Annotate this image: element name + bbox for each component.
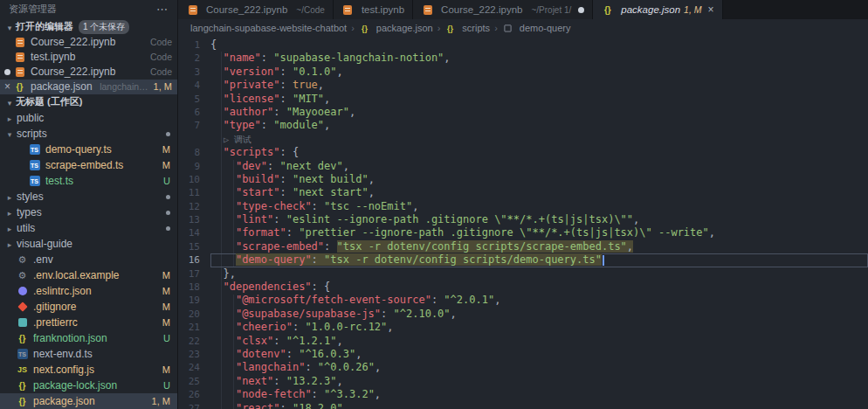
tree-file-franknotion.json[interactable]: {}franknotion.jsonU	[0, 330, 177, 346]
line-content[interactable]: {	[210, 38, 868, 52]
chevron-down-icon[interactable]	[3, 128, 16, 140]
line-content[interactable]: "name": "supabase-langchain-notion",	[210, 52, 868, 65]
line-number[interactable]: 13	[178, 213, 210, 226]
line-number[interactable]: 16	[178, 253, 210, 267]
json-icon: {}	[16, 395, 29, 407]
line-number[interactable]: 24	[178, 361, 210, 374]
line-content[interactable]: "react": "18.2.0",	[210, 402, 868, 409]
open-editor-item[interactable]: Course_222.ipynbCode	[0, 65, 177, 80]
line-content[interactable]: "node-fetch": "^3.3.2",	[210, 388, 868, 401]
line-content[interactable]: "dev": "next dev",	[210, 160, 868, 173]
breadcrumb-item-demo-query[interactable]: demo-query	[502, 22, 571, 34]
open-editors-header[interactable]: 打开的编辑器 1 个未保存	[0, 19, 177, 35]
tree-file-scrape-embed.ts[interactable]: scrape-embed.tsM	[0, 157, 177, 173]
tree-folder-public[interactable]: public	[0, 110, 177, 126]
line-content[interactable]: "format": "prettier --ignore-path .gitig…	[210, 226, 868, 239]
chevron-right-icon[interactable]	[3, 238, 16, 250]
line-content[interactable]: "clsx": "^1.2.1",	[210, 335, 868, 348]
line-number[interactable]: 19	[178, 294, 210, 307]
line-content[interactable]: "dotenv": "^16.0.3",	[210, 348, 868, 361]
tree-file-next-env.d.ts[interactable]: next-env.d.ts	[0, 346, 177, 362]
tree-file-.eslintrc.json[interactable]: .eslintrc.jsonM	[0, 283, 177, 299]
tree-folder-types[interactable]: types	[0, 204, 177, 220]
line-content[interactable]: "build": "next build",	[210, 173, 868, 186]
line-content[interactable]: "lint": "eslint --ignore-path .gitignore…	[210, 213, 868, 226]
line-content[interactable]: "type": "module",	[210, 119, 868, 132]
close-icon[interactable]	[2, 80, 13, 93]
line-content[interactable]: "type-check": "tsc --noEmit",	[210, 200, 868, 213]
line-number[interactable]: 5	[178, 93, 210, 106]
line-number[interactable]: 4	[178, 79, 210, 92]
more-actions-icon[interactable]: ⋯	[156, 3, 169, 16]
tree-folder-styles[interactable]: styles	[0, 189, 177, 204]
line-number[interactable]: 26	[178, 388, 210, 401]
line-content[interactable]: "dependencies": {	[210, 281, 868, 294]
tab-Course_222.ipynb[interactable]: Course_222.ipynb~/Code	[178, 0, 334, 19]
line-number[interactable]: 21	[178, 321, 210, 334]
line-content[interactable]: "@microsoft/fetch-event-source": "^2.0.1…	[210, 294, 868, 307]
line-number[interactable]: 25	[178, 375, 210, 388]
line-number[interactable]: 1	[178, 38, 210, 52]
line-number[interactable]: 22	[178, 335, 210, 348]
tree-file-.gitignore[interactable]: .gitignoreM	[0, 299, 177, 315]
tree-file-package.json[interactable]: {}package.json1, M	[0, 393, 177, 409]
debug-codelens[interactable]: ▷ 调试	[210, 133, 251, 146]
line-content[interactable]: "@supabase/supabase-js": "^2.10.0",	[210, 308, 868, 321]
line-number[interactable]: 2	[178, 52, 210, 65]
tree-file-package-lock.json[interactable]: {}package-lock.jsonU	[0, 378, 177, 393]
open-editor-item[interactable]: test.ipynbCode	[0, 50, 177, 65]
line-number[interactable]: 18	[178, 281, 210, 294]
breadcrumb-item-langchain-supabase-website-chatbot[interactable]: langchain-supabase-website-chatbot	[190, 23, 347, 33]
chevron-right-icon[interactable]	[3, 191, 16, 203]
tree-file-demo-query.ts[interactable]: demo-query.tsM	[0, 142, 177, 157]
line-number[interactable]: 14	[178, 226, 210, 239]
code-editor[interactable]: 1{2 "name": "supabase-langchain-notion",…	[178, 36, 868, 409]
tab-Course_222.ipynb[interactable]: Course_222.ipynb~/Projet 1/	[413, 0, 593, 19]
workspace-header[interactable]: 无标题 (工作区)	[0, 94, 177, 110]
chevron-right-icon[interactable]	[3, 222, 16, 234]
line-number[interactable]: 10	[178, 173, 210, 186]
line-number[interactable]: 6	[178, 106, 210, 119]
tab-package.json[interactable]: {}package.json1, M	[593, 0, 722, 19]
line-content[interactable]: "cheerio": "1.0.0-rc.12",	[210, 321, 868, 334]
line-number[interactable]: 23	[178, 348, 210, 361]
line-content[interactable]: "scripts": {	[210, 146, 868, 159]
line-number[interactable]: 11	[178, 186, 210, 199]
open-editor-item[interactable]: Course_222.ipynbCode	[0, 35, 177, 50]
open-editor-item[interactable]: {}package.jsonlangchain…1, M	[0, 80, 177, 94]
tree-file-.prettierrc[interactable]: .prettierrcM	[0, 315, 177, 330]
line-number[interactable]: 20	[178, 308, 210, 321]
tree-file-test.ts[interactable]: test.tsU	[0, 173, 177, 189]
line-content[interactable]: "demo-query": "tsx -r dotenv/config scri…	[210, 253, 868, 267]
line-number[interactable]: 12	[178, 200, 210, 213]
close-icon[interactable]	[708, 3, 714, 16]
line-content[interactable]: "author": "Mayooear",	[210, 106, 868, 119]
tree-file-.env.local.example[interactable]: ⚙.env.local.exampleM	[0, 267, 177, 283]
line-content[interactable]: "langchain": "^0.0.26",	[210, 361, 868, 374]
chevron-right-icon[interactable]	[3, 206, 16, 218]
tree-folder-scripts[interactable]: scripts	[0, 126, 177, 142]
line-number[interactable]: 9	[178, 160, 210, 173]
line-content[interactable]: "version": "0.1.0",	[210, 66, 868, 79]
breadcrumb-item-scripts[interactable]: {}scripts	[444, 22, 490, 34]
line-content[interactable]: "license": "MIT",	[210, 93, 868, 106]
line-number[interactable]: 3	[178, 66, 210, 79]
line-content[interactable]: "scrape-embed": "tsx -r dotenv/config sc…	[210, 240, 868, 253]
folder-name: styles	[17, 191, 161, 203]
tree-file-.env[interactable]: ⚙.env	[0, 252, 177, 267]
tab-test.ipynb[interactable]: test.ipynb	[334, 0, 413, 19]
line-number[interactable]: 8	[178, 146, 210, 159]
breadcrumb-item-package.json[interactable]: {}package.json	[359, 22, 433, 34]
line-number[interactable]: 27	[178, 402, 210, 409]
line-content[interactable]: "next": "13.2.3",	[210, 375, 868, 388]
line-number[interactable]: 17	[178, 267, 210, 281]
line-number[interactable]: 15	[178, 240, 210, 253]
tree-file-next.config.js[interactable]: JSnext.config.jsM	[0, 362, 177, 378]
line-content[interactable]: },	[210, 267, 868, 281]
line-content[interactable]: "start": "next start",	[210, 186, 868, 199]
line-content[interactable]: "private": true,	[210, 79, 868, 92]
tree-folder-visual-guide[interactable]: visual-guide	[0, 236, 177, 252]
chevron-right-icon[interactable]	[3, 112, 16, 124]
tree-folder-utils[interactable]: utils	[0, 220, 177, 236]
line-number[interactable]: 7	[178, 119, 210, 132]
